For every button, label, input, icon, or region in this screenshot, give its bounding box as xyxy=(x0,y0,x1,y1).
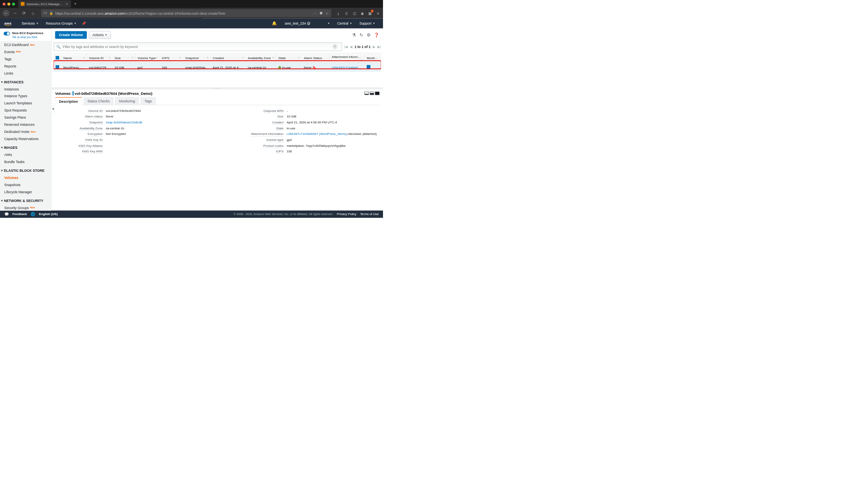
language-selector[interactable]: English (US) xyxy=(39,212,58,216)
col-iops[interactable]: IOPS▾ xyxy=(160,53,183,63)
bookmark-star-icon[interactable]: ☆ xyxy=(325,11,329,15)
feedback-icon[interactable]: 💬 xyxy=(4,212,9,216)
aws-logo[interactable]: aws xyxy=(4,21,12,26)
sidebar-item-savings-plans[interactable]: Savings Plans xyxy=(0,114,51,121)
attachment-link[interactable]: i-05e347c71b46a556… xyxy=(331,65,364,69)
sidebar-section[interactable]: INSTANCES xyxy=(0,77,51,85)
extension-icon[interactable]: ▦4 xyxy=(368,11,372,15)
col-volume-type[interactable]: Volume Type▾ xyxy=(135,53,160,63)
url-bar[interactable]: 🛡 🔒 https://ca-central-1.console.aws.ama… xyxy=(41,9,331,17)
sidebar-item-events[interactable]: EventsNew xyxy=(0,48,51,55)
sidebar-item-limits[interactable]: Limits xyxy=(0,69,51,77)
filter-input-wrap[interactable]: 🔍 ? xyxy=(54,42,342,51)
create-volume-button[interactable]: Create Volume xyxy=(55,31,87,38)
sidebar-item-snapshots[interactable]: Snapshots xyxy=(0,181,51,188)
mac-zoom-button[interactable] xyxy=(12,2,15,5)
experiment-icon[interactable]: ⚗ xyxy=(352,33,356,38)
col-size[interactable]: Size▾ xyxy=(112,53,135,63)
help-icon[interactable]: ❓ xyxy=(374,33,379,38)
browser-tab[interactable]: Volumes | EC2 Management Co ✕ xyxy=(18,0,71,8)
sidebar-item-instances[interactable]: Instances xyxy=(0,85,51,92)
sidebar-item-capacity-reservations[interactable]: Capacity Reservations xyxy=(0,135,51,142)
col-state[interactable]: State▾ xyxy=(276,53,302,63)
refresh-icon[interactable]: ↻ xyxy=(360,33,363,38)
services-menu[interactable]: Services▼ xyxy=(18,19,42,29)
account-icon[interactable]: ◉ xyxy=(360,11,365,15)
mac-minimize-button[interactable] xyxy=(8,2,10,5)
back-button[interactable]: ← xyxy=(3,10,10,17)
monitoring-square-icon[interactable] xyxy=(367,65,370,68)
checkbox-header[interactable] xyxy=(54,53,61,63)
notifications-icon[interactable]: 🔔 xyxy=(272,21,277,26)
terms-link[interactable]: Terms of Use xyxy=(360,212,379,216)
settings-gear-icon[interactable]: ⚙ xyxy=(367,33,370,38)
filter-help-icon[interactable]: ? xyxy=(332,44,337,49)
menu-icon[interactable]: ≡ xyxy=(375,11,380,15)
tab-status-checks[interactable]: Status Checks xyxy=(83,97,114,105)
reload-button[interactable]: ⟳ xyxy=(21,10,27,17)
col-volume-id[interactable]: Volume ID▾ xyxy=(87,53,112,63)
sidebar-item-lifecycle-manager[interactable]: Lifecycle Manager xyxy=(0,188,51,195)
col-attachment[interactable]: Attachment Information▾ xyxy=(329,53,364,63)
privacy-link[interactable]: Privacy Policy xyxy=(337,212,356,216)
account-menu[interactable]: aws_test_234 @▼ xyxy=(281,19,333,29)
support-menu[interactable]: Support▼ xyxy=(356,19,379,29)
sidebar-item-security-groups[interactable]: Security GroupsNew xyxy=(0,204,51,210)
sidebar-item-volumes[interactable]: Volumes xyxy=(0,174,51,181)
sidebar-section[interactable]: ELASTIC BLOCK STORE xyxy=(0,165,51,174)
col-name[interactable]: Name▾ xyxy=(61,53,87,63)
sidebar-item-reports[interactable]: Reports xyxy=(0,62,51,69)
sidebar-item-bundle-tasks[interactable]: Bundle Tasks xyxy=(0,158,51,165)
table-row[interactable]: WordPress_… vol-0dbd729… 10 GiB gp2 100 … xyxy=(54,63,381,72)
sidebar-collapse-handle[interactable]: ◀ xyxy=(52,104,55,114)
resource-groups-menu[interactable]: Resource Groups▼ xyxy=(42,19,80,29)
sidebar-section[interactable]: NETWORK & SECURITY xyxy=(0,195,51,204)
tab-monitoring[interactable]: Monitoring xyxy=(115,97,139,105)
sidebar-item-ec2-dashboard[interactable]: EC2 DashboardNew xyxy=(0,41,51,48)
col-az[interactable]: Availability Zone▾ xyxy=(246,53,276,63)
layout-full-icon[interactable] xyxy=(375,92,379,95)
filter-input[interactable] xyxy=(63,45,330,49)
select-all-checkbox[interactable] xyxy=(56,56,59,60)
url-shield2-icon[interactable]: ⛊ xyxy=(319,11,323,15)
sidebar-item-dedicated-hosts[interactable]: Dedicated HostsNew xyxy=(0,128,51,135)
col-created[interactable]: Created▾ xyxy=(210,53,245,63)
toggle-switch[interactable] xyxy=(4,32,10,35)
sidebar-section[interactable]: IMAGES xyxy=(0,142,51,151)
sidebar-item-launch-templates[interactable]: Launch Templates xyxy=(0,100,51,107)
sidebar-top-subtitle[interactable]: Tell us what you think xyxy=(12,35,44,39)
col-monitoring[interactable]: Monitoring xyxy=(364,53,381,63)
pager-next-icon[interactable]: ▶ xyxy=(373,45,375,49)
panel-divider[interactable]: • • • xyxy=(52,88,383,89)
sidebar-item-tags[interactable]: Tags xyxy=(0,55,51,62)
pager-first-icon[interactable]: |◀ xyxy=(344,45,348,49)
sidebar-item-instance-types[interactable]: Instance Types xyxy=(0,92,51,100)
new-tab-button[interactable]: + xyxy=(74,2,77,6)
sidebar-icon[interactable]: ◫ xyxy=(352,11,357,15)
mac-close-button[interactable] xyxy=(3,2,6,5)
downloads-icon[interactable]: ⭳ xyxy=(336,11,341,15)
layout-split-icon[interactable] xyxy=(370,92,374,95)
pager-prev-icon[interactable]: ◀ xyxy=(350,45,352,49)
region-menu[interactable]: Central▼ xyxy=(334,19,356,29)
tab-tags[interactable]: Tags xyxy=(140,97,156,105)
sidebar-item-reserved-instances[interactable]: Reserved Instances xyxy=(0,121,51,128)
layout-bottom-icon[interactable] xyxy=(364,92,369,95)
sidebar-item-spot-requests[interactable]: Spot Requests xyxy=(0,107,51,114)
tab-close-icon[interactable]: ✕ xyxy=(65,2,68,6)
col-snapshot[interactable]: Snapshot▾ xyxy=(183,53,210,63)
home-button[interactable]: ⌂ xyxy=(29,10,36,17)
feedback-link[interactable]: Feedback xyxy=(12,212,27,216)
library-icon[interactable]: ⎙ xyxy=(344,11,349,15)
pin-icon[interactable]: 📌 xyxy=(82,21,86,25)
attachment-detail-link[interactable]: i-05e347c71b46a5567 (WordPress_Demo) xyxy=(287,132,347,136)
url-more-icon[interactable]: ⋯ xyxy=(314,11,317,15)
col-alarm[interactable]: Alarm Status xyxy=(302,53,329,63)
val-snapshot[interactable]: snap-0c626dacee13dfcd8 xyxy=(106,121,142,125)
actions-menu-button[interactable]: Actions▼ xyxy=(89,31,111,38)
globe-icon[interactable]: 🌐 xyxy=(31,212,35,216)
pager-last-icon[interactable]: ▶| xyxy=(377,45,381,49)
forward-button[interactable]: → xyxy=(12,10,18,17)
tracking-shield-icon[interactable]: 🛡 xyxy=(44,11,47,15)
row-checkbox[interactable] xyxy=(56,65,59,69)
